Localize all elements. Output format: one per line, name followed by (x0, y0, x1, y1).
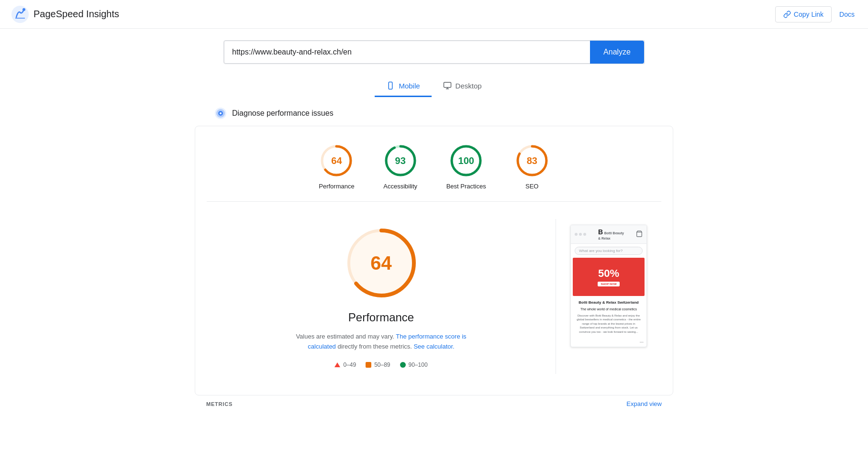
phone-footer: ··· (571, 338, 646, 347)
seo-circle: 83 (515, 143, 549, 178)
phone-site-name: Botti Beauty & Relax Switzerland (575, 300, 643, 305)
performance-score: 64 (331, 155, 342, 166)
analyze-button[interactable]: Analyze (590, 41, 644, 64)
diagnose-section: Diagnose performance issues (195, 107, 673, 120)
note-link2: directly from these metrics. (337, 343, 412, 350)
brand-area: PageSpeed Insights (11, 6, 119, 23)
view-tabs: Mobile Desktop (0, 72, 868, 97)
big-performance-score: 64 (370, 252, 392, 274)
expand-view-button[interactable]: Expand view (626, 400, 662, 407)
big-performance-circle: 64 (343, 225, 420, 301)
copy-link-label: Copy Link (794, 11, 823, 18)
svg-rect-4 (444, 82, 451, 88)
banner-discount: 50% (598, 267, 619, 280)
url-section: Analyze (0, 29, 868, 72)
link-icon (783, 11, 791, 18)
score-legend: 0–49 50–89 90–100 (334, 361, 427, 368)
screenshot-section: B Botti Beauty& Relax What are you looki… (556, 209, 661, 383)
phone-search-placeholder: What are you looking for? (579, 249, 623, 253)
legend-fail-range: 0–49 (343, 361, 356, 368)
tab-desktop[interactable]: Desktop (432, 76, 493, 97)
score-item-performance[interactable]: 64 Performance (319, 143, 354, 190)
phone-cart-icon (636, 230, 643, 239)
docs-button[interactable]: Docs (837, 7, 857, 22)
legend-pass-range: 90–100 (409, 361, 428, 368)
mobile-icon (386, 81, 395, 90)
diagnose-icon (214, 107, 227, 120)
seo-score: 83 (527, 155, 537, 166)
seo-label: SEO (525, 183, 538, 190)
tab-desktop-label: Desktop (456, 82, 482, 90)
phone-banner: 50% SHOP NOW (573, 258, 645, 296)
scores-row: 64 Performance 93 Accessibility 10 (207, 138, 661, 202)
detail-section: 64 Performance Values are estimated and … (207, 202, 661, 383)
svg-point-1 (22, 8, 25, 11)
best-practices-score: 100 (458, 155, 474, 166)
tab-mobile-label: Mobile (399, 82, 420, 90)
phone-menu-dots (575, 233, 586, 236)
url-bar-container: Analyze (223, 40, 645, 64)
performance-detail: 64 Performance Values are estimated and … (207, 209, 556, 383)
accessibility-score: 93 (395, 155, 406, 166)
best-practices-label: Best Practices (446, 183, 486, 190)
pagespeed-logo (11, 6, 29, 23)
copy-link-button[interactable]: Copy Link (775, 6, 832, 22)
calculator-link[interactable]: See calculator. (413, 343, 454, 350)
shop-now-btn: SHOP NOW (598, 282, 619, 286)
phone-tagline: The whole world of medical cosmetics (575, 307, 643, 312)
phone-mockup: B Botti Beauty& Relax What are you looki… (570, 225, 647, 347)
score-item-accessibility[interactable]: 93 Accessibility (383, 143, 418, 190)
dot1 (575, 233, 578, 236)
metrics-footer: METRICS Expand view (195, 395, 673, 409)
phone-content: Botti Beauty & Relax Switzerland The who… (571, 296, 646, 338)
score-item-seo[interactable]: 83 SEO (515, 143, 549, 190)
url-input[interactable] (224, 41, 590, 64)
dot2 (579, 233, 582, 236)
phone-search-bar: What are you looking for? (575, 247, 643, 255)
tab-mobile[interactable]: Mobile (375, 76, 431, 97)
legend-average-range: 50–89 (374, 361, 390, 368)
diagnose-text: Diagnose performance issues (232, 109, 334, 118)
svg-rect-2 (389, 82, 393, 89)
header-actions: Copy Link Docs (775, 6, 857, 22)
phone-brand-logo: B Botti Beauty& Relax (598, 228, 624, 241)
svg-point-0 (11, 6, 29, 23)
dot3 (583, 233, 586, 236)
note-link3: See calculator. (413, 343, 454, 350)
svg-point-10 (220, 112, 222, 114)
legend-average: 50–89 (366, 361, 390, 368)
average-icon (366, 362, 371, 368)
accessibility-label: Accessibility (383, 183, 417, 190)
results-card: 64 Performance 93 Accessibility 10 (195, 126, 673, 395)
app-title: PageSpeed Insights (33, 9, 119, 20)
banner-content: 50% SHOP NOW (598, 267, 619, 286)
score-item-best-practices[interactable]: 100 Best Practices (446, 143, 486, 190)
phone-header: B Botti Beauty& Relax (571, 225, 646, 244)
desktop-icon (443, 81, 452, 90)
legend-pass: 90–100 (400, 361, 428, 368)
pass-icon (400, 362, 406, 368)
best-practices-circle: 100 (449, 143, 483, 178)
phone-more-icon: ··· (640, 340, 644, 345)
legend-fail: 0–49 (334, 361, 356, 368)
phone-desc: Discover with Botti Beauty & Relax and e… (575, 314, 643, 334)
app-header: PageSpeed Insights Copy Link Docs (0, 0, 868, 29)
performance-note: Values are estimated and may vary. The p… (290, 332, 472, 352)
fail-icon (334, 362, 340, 367)
note-static: Values are estimated and may vary. (296, 333, 394, 340)
performance-title: Performance (348, 311, 414, 324)
performance-label: Performance (319, 183, 354, 190)
metrics-label: METRICS (206, 401, 233, 407)
accessibility-circle: 93 (383, 143, 418, 178)
performance-circle: 64 (319, 143, 354, 178)
